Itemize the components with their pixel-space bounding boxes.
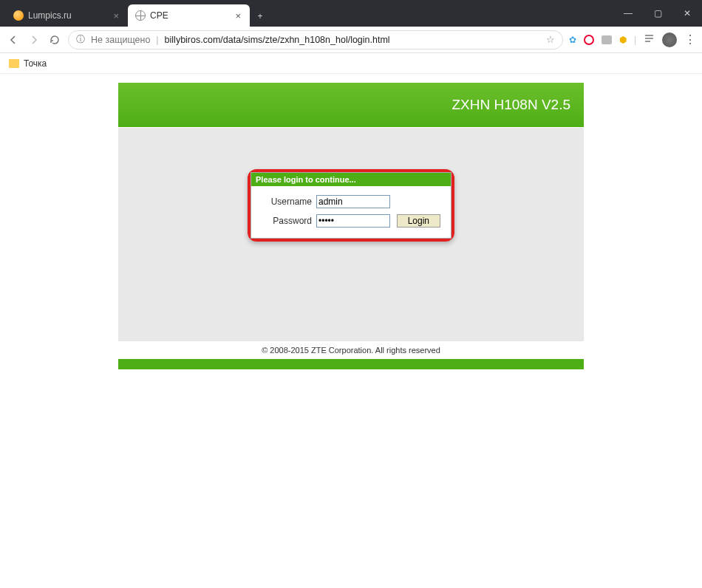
list-icon[interactable] [644, 33, 655, 47]
reload-button[interactable] [47, 33, 62, 47]
footer-copyright: © 2008-2015 ZTE Corporation. All rights … [118, 341, 584, 359]
bookmarks-bar: Точка [0, 53, 702, 74]
not-secure-label: Не защищено [91, 35, 150, 45]
page-content: ZXHN H108N V2.5 Please login to continue… [0, 74, 702, 369]
extension-box-icon[interactable] [602, 35, 612, 44]
lumpics-favicon-icon [13, 10, 24, 21]
password-input[interactable] [316, 214, 390, 228]
avatar[interactable] [662, 33, 677, 47]
tab-lumpics[interactable]: Lumpics.ru × [6, 4, 128, 27]
globe-favicon-icon [135, 10, 146, 21]
tab-cpe[interactable]: CPE × [128, 4, 250, 27]
login-button[interactable]: Login [397, 214, 440, 228]
footer-bar [118, 359, 584, 369]
router-header: ZXHN H108N V2.5 [118, 83, 584, 127]
shield-icon[interactable]: ⬢ [619, 35, 627, 45]
close-icon[interactable]: × [112, 10, 120, 21]
login-box-title: Please login to continue... [251, 173, 451, 186]
url-field[interactable]: ⓘ Не защищено | billybiros.com/data/sims… [68, 30, 563, 49]
toolbar-right: ✿ ⬢ | ⋮ [569, 33, 696, 47]
username-label: Username [260, 196, 312, 207]
bookmark-item[interactable]: Точка [24, 58, 47, 69]
url-text: billybiros.com/data/sims/zte/zxhn_h108n_… [165, 35, 390, 45]
separator: | [634, 35, 636, 45]
separator: | [156, 35, 158, 45]
close-icon[interactable]: × [234, 10, 242, 21]
address-bar: ⓘ Не защищено | billybiros.com/data/sims… [0, 27, 702, 53]
extension-gear-icon[interactable]: ✿ [569, 35, 576, 45]
router-content: Please login to continue... Username Pas… [118, 127, 584, 341]
window-titlebar: Lumpics.ru × CPE × + — ▢ ✕ [0, 0, 702, 27]
login-highlight-frame: Please login to continue... Username Pas… [248, 169, 454, 242]
username-input[interactable] [316, 195, 390, 208]
router-frame: ZXHN H108N V2.5 Please login to continue… [118, 83, 584, 369]
info-icon[interactable]: ⓘ [76, 33, 85, 46]
forward-button[interactable] [27, 33, 41, 47]
password-label: Password [260, 216, 312, 226]
folder-icon [9, 59, 19, 68]
tab-title: Lumpics.ru [28, 10, 72, 21]
device-model-label: ZXHN H108N V2.5 [451, 97, 570, 113]
window-controls: — ▢ ✕ [613, 0, 702, 27]
back-button[interactable] [6, 33, 21, 47]
tab-title: CPE [150, 10, 168, 21]
close-window-button[interactable]: ✕ [672, 0, 702, 27]
new-tab-button[interactable]: + [250, 6, 270, 27]
minimize-button[interactable]: — [613, 0, 643, 27]
maximize-button[interactable]: ▢ [643, 0, 672, 27]
login-body: Username Password Login [251, 186, 451, 238]
username-row: Username [260, 195, 442, 208]
login-box: Please login to continue... Username Pas… [251, 172, 451, 239]
menu-icon[interactable]: ⋮ [684, 33, 696, 47]
opera-icon[interactable] [584, 35, 594, 45]
bookmark-star-icon[interactable]: ☆ [546, 34, 555, 45]
